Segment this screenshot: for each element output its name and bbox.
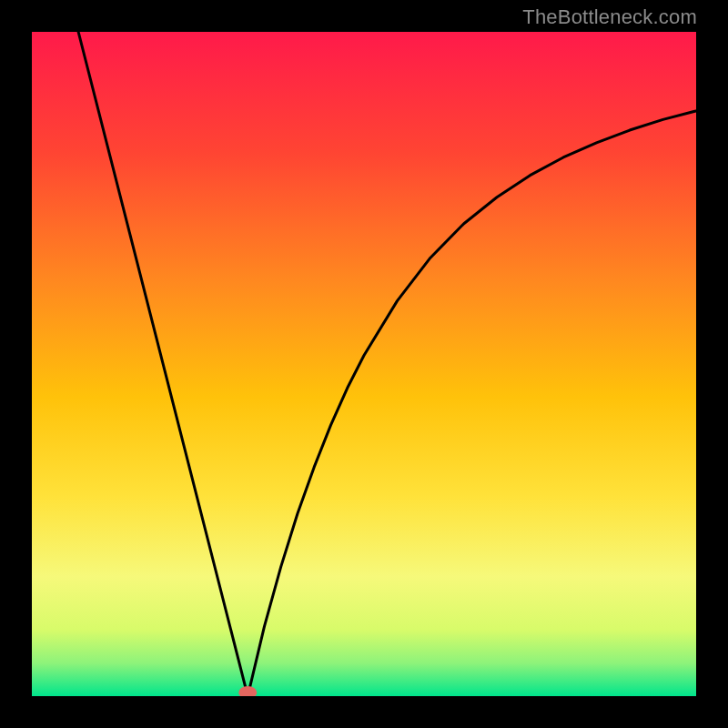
plot-area: [32, 32, 696, 696]
watermark-text: TheBottleneck.com: [522, 5, 697, 29]
chart-svg: [32, 32, 696, 696]
chart-frame: TheBottleneck.com: [0, 0, 728, 728]
gradient-background: [32, 32, 696, 696]
